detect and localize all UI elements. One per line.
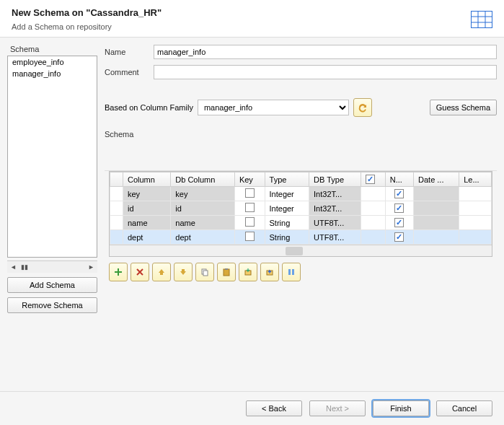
svg-rect-0 — [472, 11, 492, 27]
col-header-dbcolumn[interactable]: Db Column — [171, 172, 235, 187]
schema-list[interactable]: employee_info manager_info — [7, 56, 97, 258]
guess-schema-button[interactable]: Guess Schema — [430, 100, 497, 115]
col-header-type[interactable]: Type — [265, 172, 309, 187]
cell-date[interactable] — [414, 187, 459, 201]
delete-row-icon[interactable] — [131, 263, 149, 281]
col-header-date[interactable]: Date ... — [414, 172, 459, 187]
finish-button[interactable]: Finish — [373, 400, 429, 416]
table-row[interactable]: keykeyIntegerInt32T... — [110, 187, 492, 201]
cell-key[interactable] — [234, 201, 265, 216]
import-icon[interactable] — [239, 263, 257, 281]
col-header-n[interactable]: N... — [385, 172, 413, 187]
cell-type[interactable]: String — [265, 230, 309, 245]
name-input[interactable] — [154, 45, 497, 59]
table-row[interactable]: deptdeptStringUTF8T... — [110, 230, 492, 245]
refresh-icon[interactable] — [353, 98, 372, 117]
cell-key[interactable] — [234, 216, 265, 230]
cell-dbtype[interactable]: UTF8T... — [309, 216, 361, 230]
column-family-select[interactable]: manager_info — [198, 100, 349, 115]
paste-icon[interactable] — [217, 263, 236, 281]
dialog-subtitle: Add a Schema on repository — [12, 22, 162, 31]
column-family-label: Based on Column Family — [105, 103, 193, 112]
cell-n-check[interactable] — [361, 201, 385, 216]
dialog-header: New Schema on "Cassandra_HR" Add a Schem… — [0, 0, 504, 38]
schema-section-label: Schema — [105, 130, 497, 139]
cell-dbcolumn[interactable]: id — [171, 201, 235, 216]
add-schema-button[interactable]: Add Schema — [7, 277, 97, 293]
cell-le[interactable] — [459, 187, 492, 201]
cell-n[interactable] — [385, 216, 413, 230]
col-header-key[interactable]: Key — [234, 172, 265, 187]
cell-dbtype[interactable]: UTF8T... — [309, 230, 361, 245]
cell-column[interactable]: dept — [123, 230, 171, 245]
export-icon[interactable] — [260, 263, 279, 281]
svg-rect-6 — [115, 271, 122, 273]
cell-dbcolumn[interactable]: key — [171, 187, 235, 201]
copy-icon[interactable] — [195, 263, 214, 281]
move-up-icon[interactable] — [152, 263, 171, 281]
col-header-le[interactable]: Le... — [459, 172, 492, 187]
schema-list-label: Schema — [10, 45, 97, 53]
remove-schema-button[interactable]: Remove Schema — [7, 297, 97, 313]
svg-rect-14 — [292, 269, 294, 275]
schema-list-item[interactable]: manager_info — [8, 68, 97, 79]
cell-dbtype[interactable]: Int32T... — [309, 187, 361, 201]
col-header-n-check[interactable] — [361, 172, 385, 187]
cell-n-check[interactable] — [361, 187, 385, 201]
schema-table[interactable]: Column Db Column Key Type DB Type N... D… — [109, 171, 492, 257]
cell-date[interactable] — [414, 216, 459, 230]
cell-dbtype[interactable]: Int32T... — [309, 201, 361, 216]
cell-n[interactable] — [385, 230, 413, 245]
cell-column[interactable]: key — [123, 187, 171, 201]
cell-n[interactable] — [385, 201, 413, 216]
dialog-footer: < Back Next > Finish Cancel — [0, 391, 504, 425]
schema-toolbar — [109, 263, 492, 281]
cell-type[interactable]: String — [265, 216, 309, 230]
col-header-column[interactable]: Column — [123, 172, 171, 187]
table-scrollbar[interactable] — [110, 245, 492, 256]
add-row-icon[interactable] — [109, 263, 128, 281]
next-button[interactable]: Next > — [309, 400, 366, 416]
schema-list-item[interactable]: employee_info — [8, 56, 97, 68]
name-label: Name — [105, 48, 148, 56]
table-row[interactable]: ididIntegerInt32T... — [110, 201, 492, 216]
cell-dbcolumn[interactable]: name — [171, 216, 235, 230]
cell-type[interactable]: Integer — [265, 187, 309, 201]
cell-key[interactable] — [234, 230, 265, 245]
table-row[interactable]: namenameStringUTF8T... — [110, 216, 492, 230]
cancel-button[interactable]: Cancel — [436, 400, 492, 416]
cell-key[interactable] — [234, 187, 265, 201]
svg-rect-13 — [288, 269, 291, 275]
cell-n[interactable] — [385, 187, 413, 201]
comment-label: Comment — [105, 68, 148, 76]
cell-column[interactable]: name — [123, 216, 171, 230]
schema-list-scrollbar[interactable]: ◄▮▮► — [7, 260, 97, 273]
dialog-title: New Schema on "Cassandra_HR" — [12, 7, 162, 18]
cell-date[interactable] — [414, 230, 459, 245]
cell-le[interactable] — [459, 201, 492, 216]
columns-icon[interactable] — [282, 263, 301, 281]
cell-le[interactable] — [459, 216, 492, 230]
grid-icon — [471, 11, 492, 28]
cell-type[interactable]: Integer — [265, 201, 309, 216]
cell-le[interactable] — [459, 230, 492, 245]
cell-column[interactable]: id — [123, 201, 171, 216]
svg-rect-9 — [224, 269, 229, 276]
back-button[interactable]: < Back — [246, 400, 302, 416]
cell-date[interactable] — [414, 201, 459, 216]
cell-dbcolumn[interactable]: dept — [171, 230, 235, 245]
col-header-dbtype[interactable]: DB Type — [309, 172, 361, 187]
move-down-icon[interactable] — [174, 263, 193, 281]
comment-input[interactable] — [154, 65, 497, 79]
svg-rect-10 — [225, 268, 228, 270]
cell-n-check[interactable] — [361, 216, 385, 230]
svg-rect-8 — [203, 271, 208, 276]
cell-n-check[interactable] — [361, 230, 385, 245]
